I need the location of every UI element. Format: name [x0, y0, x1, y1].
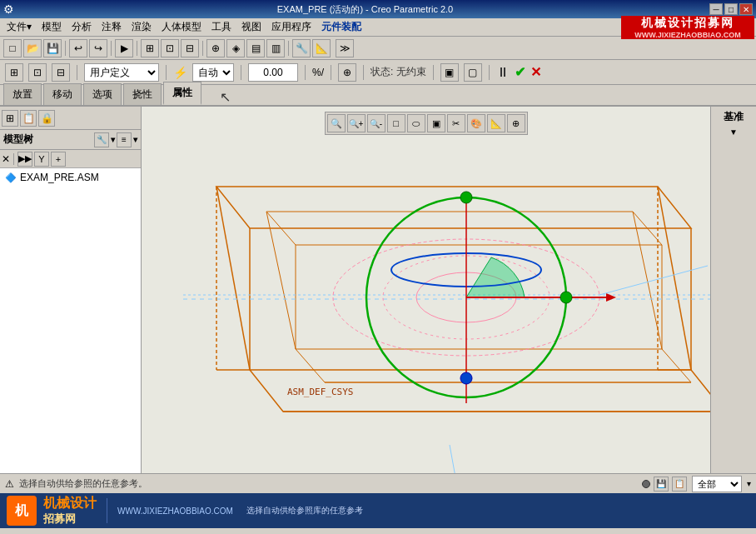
- tb-btn-8[interactable]: 🔧: [292, 39, 311, 57]
- tree-close-btn[interactable]: ✕: [2, 153, 10, 165]
- tree-expand2-btn[interactable]: ▾: [133, 135, 137, 144]
- close-button[interactable]: ✕: [739, 3, 753, 15]
- zoom-out-btn[interactable]: 🔍-: [367, 114, 385, 132]
- percent-icon: %/: [312, 67, 324, 78]
- menu-analysis[interactable]: 分析: [67, 18, 97, 36]
- tab-placement[interactable]: 放置: [3, 83, 42, 105]
- menu-annotation[interactable]: 注释: [97, 18, 127, 36]
- modeltree-header: 模型树 🔧 ▾ ≡ ▾: [0, 130, 141, 150]
- sep1: [65, 41, 66, 56]
- view-btn-5[interactable]: ⬭: [407, 114, 425, 132]
- panel-icon-3[interactable]: 🔒: [38, 110, 55, 127]
- menu-file[interactable]: 文件▾: [2, 18, 37, 36]
- view-btn-8[interactable]: 🎨: [467, 114, 485, 132]
- status-icon-warn: ⚠: [5, 478, 14, 490]
- menu-tools[interactable]: 工具: [206, 18, 236, 36]
- sep5: [288, 41, 289, 56]
- user-define-select[interactable]: 用户定义: [84, 63, 159, 82]
- tree-expand-btn[interactable]: ▾: [111, 135, 115, 144]
- undo-button[interactable]: ↩: [69, 39, 87, 57]
- tab-options[interactable]: 选项: [83, 83, 122, 105]
- tb-btn-7[interactable]: ▥: [266, 39, 285, 57]
- minimize-button[interactable]: ─: [709, 3, 723, 15]
- cancel-button[interactable]: ✕: [530, 64, 541, 80]
- sep-c2: [166, 65, 167, 80]
- accept-button[interactable]: ✔: [515, 64, 525, 80]
- status-label: 状态: 无约束: [371, 65, 426, 79]
- redo-button[interactable]: ↪: [89, 39, 107, 57]
- tb-btn-2[interactable]: ⊡: [161, 39, 179, 57]
- brand-url: WWW.JIXIEZHAOBBIAO.COM: [634, 31, 741, 39]
- svg-line-2: [216, 187, 250, 370]
- menu-view[interactable]: 视图: [236, 18, 266, 36]
- connect-button[interactable]: ⊕: [338, 63, 356, 82]
- title-text: EXAM_PRE (活动的) - Creo Parametric 2.0: [21, 3, 709, 16]
- cursor-indicator: ↖: [220, 89, 231, 105]
- tab-flex[interactable]: 挠性: [123, 83, 162, 105]
- view-btn-4[interactable]: □: [387, 114, 405, 132]
- logo-slogan: 选择自动供给参照库的任意参考: [246, 505, 363, 517]
- view-toggle-2[interactable]: ▢: [464, 63, 482, 82]
- menu-apps[interactable]: 应用程序: [266, 18, 316, 36]
- sep-c7: [433, 65, 434, 80]
- view-btn-10[interactable]: ⊕: [507, 114, 525, 132]
- tb-btn-6[interactable]: ▤: [246, 39, 265, 57]
- auto-select[interactable]: 自动: [192, 63, 234, 82]
- tb-btn-3[interactable]: ⊟: [181, 39, 199, 57]
- tb-expand[interactable]: ≫: [336, 39, 354, 57]
- sep-c8: [489, 65, 490, 80]
- menubar: 文件▾ 模型 分析 注释 渲染 人体模型 工具 视图 应用程序 元件装配 机械设…: [0, 18, 756, 37]
- regen-button[interactable]: ▶: [115, 39, 133, 57]
- tb-btn-9[interactable]: 📐: [312, 39, 331, 57]
- status-bar: ⚠ 选择自动供给参照的任意参考。 💾 📋 全部 ▾: [0, 473, 756, 493]
- view-toggle-1[interactable]: ▣: [440, 63, 459, 82]
- value-input[interactable]: [248, 63, 298, 82]
- status-message: 选择自动供给参照的任意参考。: [19, 477, 637, 490]
- zoom-fit-btn[interactable]: 🔍: [327, 114, 346, 132]
- tab-bar: 放置 移动 选项 挠性 属性 ↖: [0, 85, 756, 107]
- view-btn-6[interactable]: ▣: [427, 114, 445, 132]
- panel-icon-2[interactable]: 📋: [20, 110, 37, 127]
- comp-icon-1[interactable]: ⊞: [5, 63, 23, 82]
- filter-expand[interactable]: ▾: [747, 479, 751, 488]
- pause-button[interactable]: ⏸: [496, 65, 510, 80]
- view-btn-9[interactable]: 📐: [487, 114, 505, 132]
- sidebar-expand-btn[interactable]: ▼: [729, 127, 738, 137]
- tab-move[interactable]: 移动: [43, 83, 82, 105]
- tree-item-exam[interactable]: 🔷 EXAM_PRE.ASM: [2, 170, 139, 185]
- comp-icon-2[interactable]: ⊡: [28, 63, 47, 82]
- menu-component[interactable]: 元件装配: [316, 18, 366, 36]
- menu-human[interactable]: 人体模型: [157, 18, 206, 36]
- tree-add-btn[interactable]: +: [51, 152, 66, 167]
- tab-properties[interactable]: 属性: [163, 82, 201, 105]
- open-button[interactable]: 📂: [23, 39, 42, 57]
- tb-btn-1[interactable]: ⊞: [141, 39, 159, 57]
- tree-item-label: EXAM_PRE.ASM: [20, 172, 99, 183]
- status-folder-btn[interactable]: 📋: [672, 477, 687, 492]
- filter-select[interactable]: 全部: [692, 476, 742, 492]
- save-button[interactable]: 💾: [43, 39, 62, 57]
- toolbar1: □ 📂 💾 ↩ ↪ ▶ ⊞ ⊡ ⊟ ⊕ ◈ ▤ ▥ 🔧 📐 ≫: [0, 37, 756, 60]
- svg-line-13: [266, 212, 296, 349]
- new-button[interactable]: □: [3, 39, 22, 57]
- view-btn-7[interactable]: ✂: [447, 114, 465, 132]
- logo-divider: [107, 498, 107, 523]
- left-icons-bar: ⊞ 📋 🔒: [0, 107, 141, 130]
- menu-model[interactable]: 模型: [37, 18, 67, 36]
- tree-settings-btn[interactable]: 🔧: [94, 132, 109, 147]
- svg-marker-0: [216, 187, 691, 228]
- comp-icon-3[interactable]: ⊟: [52, 63, 70, 82]
- tree-list-btn[interactable]: ≡: [117, 132, 132, 147]
- modeltree-toolbar: ✕ ▶▶ Y +: [0, 150, 141, 168]
- sidebar-base-label: 基准: [724, 110, 744, 124]
- tree-filter-btn[interactable]: Y: [34, 152, 49, 167]
- tb-btn-5[interactable]: ◈: [226, 39, 245, 57]
- maximize-button[interactable]: □: [724, 3, 738, 15]
- status-save-btn[interactable]: 💾: [654, 477, 669, 492]
- tb-btn-4[interactable]: ⊕: [206, 39, 225, 57]
- window-buttons: ─ □ ✕: [709, 3, 753, 15]
- panel-icon-1[interactable]: ⊞: [2, 110, 18, 127]
- tree-nav-btn[interactable]: ▶▶: [17, 152, 32, 167]
- menu-render[interactable]: 渲染: [127, 18, 157, 36]
- zoom-in-btn[interactable]: 🔍+: [347, 114, 366, 132]
